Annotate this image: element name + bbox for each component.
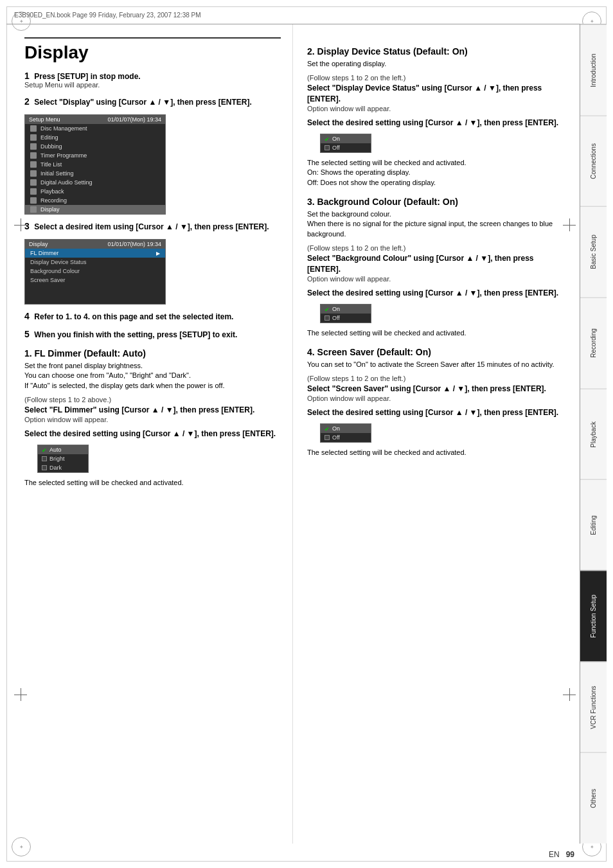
square-icon-off1 bbox=[324, 145, 330, 150]
section1-instruction1: (Follow steps 1 to 2 above.) Select "FL … bbox=[24, 396, 281, 423]
bg-option-off: Off bbox=[321, 314, 371, 323]
section1-body: Set the front panel display brightness. … bbox=[24, 361, 281, 391]
menu-item-dubbing: Dubbing bbox=[25, 142, 165, 151]
setup-menu-title: Setup Menu bbox=[29, 116, 60, 123]
section4-note1: (Follow steps 1 to 2 on the left.) bbox=[307, 375, 568, 382]
bg-colour-options: ✔ On Off bbox=[320, 304, 371, 323]
section1-header: 1. FL Dimmer (Default: Auto) bbox=[24, 348, 281, 359]
step-5-number: 5 bbox=[24, 329, 32, 339]
fl-option-dark: Dark bbox=[38, 463, 88, 472]
step-3: 3 Select a desired item using [Cursor ▲ … bbox=[24, 221, 281, 231]
menu-item-recording: Recording bbox=[25, 196, 165, 205]
display-option-off1: Off bbox=[321, 143, 371, 152]
step-1-sub: Setup Menu will appear. bbox=[24, 81, 281, 89]
menu-item-initial: Initial Setting bbox=[25, 169, 165, 178]
right-column: 2. Display Device Status (Default: On) S… bbox=[293, 24, 580, 844]
section4-bold1: Select "Screen Saver" using [Cursor ▲ / … bbox=[307, 384, 568, 394]
header-text: E3B90ED_EN.book Page 99 Friday, February… bbox=[14, 12, 201, 19]
section1-bold1: Select "FL Dimmer" using [Cursor ▲ / ▼],… bbox=[24, 405, 281, 416]
timer-icon bbox=[30, 152, 37, 159]
page-title: Display bbox=[24, 37, 281, 63]
check-icon-auto: ✔ bbox=[42, 447, 47, 452]
sidebar-tab-connections[interactable]: Connections bbox=[580, 116, 607, 207]
step-1: 1 Press [SETUP] in stop mode. Setup Menu… bbox=[24, 71, 281, 89]
step-1-bold: Press [SETUP] in stop mode. bbox=[34, 72, 140, 81]
section4-bold2: Select the desired setting using [Cursor… bbox=[307, 407, 568, 418]
section4-result: The selected setting will be checked and… bbox=[307, 448, 568, 457]
section2-bold2: Select the desired setting using [Cursor… bbox=[307, 118, 568, 128]
setup-menu-datetime: 01/01/07(Mon) 19:34 bbox=[107, 116, 161, 123]
editing-icon bbox=[30, 134, 37, 141]
step-1-number: 1 bbox=[24, 71, 32, 81]
footer-page-number: EN 99 bbox=[549, 850, 574, 859]
step-5-bold: When you finish with the setting, press … bbox=[34, 330, 237, 339]
screensaver-options: ✔ On Off bbox=[320, 423, 371, 443]
main-content: Display 1 Press [SETUP] in stop mode. Se… bbox=[6, 24, 580, 844]
disc-icon bbox=[30, 125, 37, 132]
sidebar-tab-recording[interactable]: Recording bbox=[580, 297, 607, 389]
display-menu-item-fl: FL Dimmer ▶ bbox=[25, 249, 165, 258]
section3-result: The selected setting will be checked and… bbox=[307, 328, 568, 338]
section1-result: The selected setting will be checked and… bbox=[24, 478, 281, 488]
header-bar: E3B90ED_EN.book Page 99 Friday, February… bbox=[6, 6, 607, 24]
check-icon-on1: ✔ bbox=[324, 136, 330, 141]
menu-item-audio: Digital Audio Setting bbox=[25, 178, 165, 187]
section3-instruction1: (Follow steps 1 to 2 on the left.) Selec… bbox=[307, 244, 568, 283]
fl-option-auto: ✔ Auto bbox=[38, 445, 88, 454]
display-option-on1: ✔ On bbox=[321, 134, 371, 143]
page-number: 99 bbox=[566, 850, 574, 859]
step-4-bold: Refer to 1. to 4. on this page and set t… bbox=[34, 312, 233, 321]
section1-note1: (Follow steps 1 to 2 above.) bbox=[24, 396, 281, 403]
section3-sub1: Option window will appear. bbox=[307, 275, 568, 283]
step-2-bold: Select "Display" using [Cursor ▲ / ▼], t… bbox=[34, 98, 252, 107]
menu-item-titlelist: Title List bbox=[25, 160, 165, 169]
audio-icon bbox=[30, 179, 37, 186]
sidebar: Introduction Connections Basic Setup Rec… bbox=[580, 24, 607, 844]
section2-header: 2. Display Device Status (Default: On) bbox=[307, 46, 568, 57]
section2-body: Set the operating display. bbox=[307, 59, 568, 69]
square-icon-bg-off bbox=[324, 315, 330, 321]
section4-instruction1: (Follow steps 1 to 2 on the left.) Selec… bbox=[307, 375, 568, 402]
section2-instruction1: (Follow steps 1 to 2 on the left.) Selec… bbox=[307, 74, 568, 112]
step-5: 5 When you finish with the setting, pres… bbox=[24, 329, 281, 339]
section2-note1: (Follow steps 1 to 2 on the left.) bbox=[307, 74, 568, 82]
section3-bold2: Select the desired setting using [Cursor… bbox=[307, 288, 568, 299]
section4-body: You can set to "On" to activate the Scre… bbox=[307, 360, 568, 369]
section1-instruction2: Select the desired setting using [Cursor… bbox=[24, 429, 281, 439]
section3-note1: (Follow steps 1 to 2 on the left.) bbox=[307, 244, 568, 252]
display-menu-item-status: Display Device Status bbox=[25, 258, 165, 267]
square-icon-bright bbox=[42, 456, 47, 461]
sidebar-tab-others[interactable]: Others bbox=[580, 752, 607, 844]
sidebar-tab-introduction[interactable]: Introduction bbox=[580, 24, 607, 116]
step-3-number: 3 bbox=[24, 221, 32, 231]
ss-option-off: Off bbox=[321, 433, 371, 442]
display-status-options: ✔ On Off bbox=[320, 134, 371, 153]
sidebar-tab-playback[interactable]: Playback bbox=[580, 389, 607, 480]
sidebar-tab-editing[interactable]: Editing bbox=[580, 479, 607, 571]
sidebar-tab-vcr-functions[interactable]: VCR Functions bbox=[580, 662, 607, 753]
section2-bold1: Select "Display Device Status" using [Cu… bbox=[307, 83, 568, 105]
menu-item-disc: Disc Management bbox=[25, 124, 165, 133]
language-label: EN bbox=[549, 850, 564, 859]
square-icon-dark bbox=[42, 465, 47, 470]
menu-item-playback: Playback bbox=[25, 187, 165, 196]
section2-instruction2: Select the desired setting using [Cursor… bbox=[307, 118, 568, 128]
display-menu-screenshot: Display 01/01/07(Mon) 19:34 FL Dimmer ▶ … bbox=[24, 239, 166, 305]
section4-header: 4. Screen Saver (Default: On) bbox=[307, 347, 568, 357]
fl-dimmer-options: ✔ Auto Bright Dark bbox=[37, 445, 89, 473]
check-icon-ss-on: ✔ bbox=[324, 426, 330, 431]
sidebar-tab-basic-setup[interactable]: Basic Setup bbox=[580, 206, 607, 297]
display-icon bbox=[30, 206, 37, 213]
section3-body: Set the background colour. When there is… bbox=[307, 209, 568, 239]
sidebar-tab-function-setup[interactable]: Function Setup bbox=[580, 571, 607, 662]
step-4: 4 Refer to 1. to 4. on this page and set… bbox=[24, 311, 281, 321]
section3-header: 3. Background Colour (Default: On) bbox=[307, 197, 568, 207]
display-menu-item-bg: Background Colour bbox=[25, 267, 165, 276]
titlelist-icon bbox=[30, 161, 37, 168]
section4-sub1: Option window will appear. bbox=[307, 394, 568, 402]
step-2: 2 Select "Display" using [Cursor ▲ / ▼],… bbox=[24, 96, 281, 107]
step-3-bold: Select a desired item using [Cursor ▲ / … bbox=[34, 222, 269, 231]
left-column: Display 1 Press [SETUP] in stop mode. Se… bbox=[6, 24, 293, 844]
step-2-number: 2 bbox=[24, 96, 32, 107]
initial-icon bbox=[30, 170, 37, 177]
